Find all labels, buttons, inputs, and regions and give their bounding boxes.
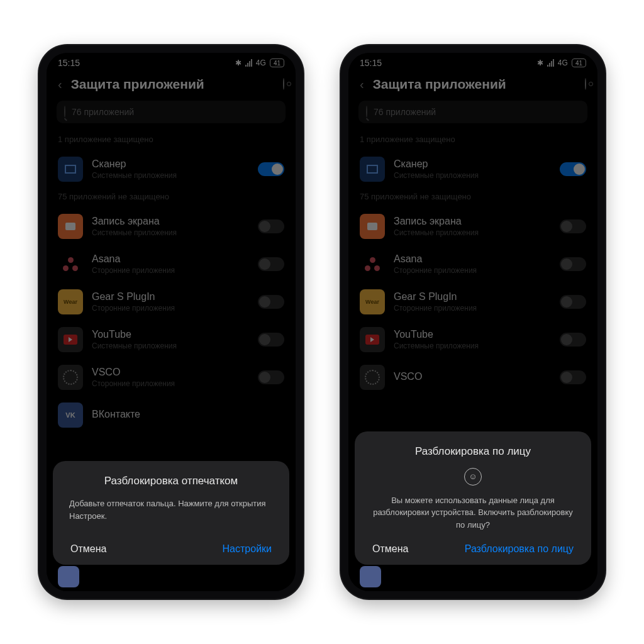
app-row-vsco[interactable]: VSCO	[348, 358, 597, 396]
app-name: Сканер	[92, 158, 249, 170]
app-sub: Сторонние приложения	[394, 304, 551, 313]
battery-indicator: 41	[270, 58, 284, 67]
toggle-youtube[interactable]	[258, 333, 284, 347]
face-unlock-dialog: Разблокировка по лицу ☺ Вы можете исполь…	[355, 431, 591, 565]
app-sub: Системные приложения	[394, 228, 551, 237]
toggle-scanner[interactable]	[258, 162, 284, 176]
search-icon	[64, 106, 65, 118]
app-sub: Системные приложения	[394, 341, 551, 350]
vsco-icon	[360, 365, 385, 390]
toggle-asana[interactable]	[258, 257, 284, 271]
app-name: Запись экрана	[394, 216, 551, 227]
app-sub: Системные приложения	[92, 341, 249, 350]
app-name: VSCO	[92, 367, 249, 378]
phone-mockup-right: 15:15 ✱ 4G 41 ‹ Защита приложений 1 прил…	[341, 45, 605, 599]
screen: 15:15 ✱ 4G 41 ‹ Защита приложений 1 прил…	[47, 53, 296, 591]
status-bar: 15:15 ✱ 4G 41	[47, 53, 296, 70]
app-name: YouTube	[92, 329, 249, 340]
face-icon: ☺	[369, 468, 577, 486]
toggle-vsco[interactable]	[560, 370, 586, 384]
back-icon[interactable]: ‹	[360, 77, 364, 92]
app-row-record[interactable]: Запись экрана Системные приложения	[47, 208, 296, 245]
bluetooth-icon: ✱	[235, 58, 242, 67]
cancel-button[interactable]: Отмена	[70, 543, 106, 555]
settings-icon[interactable]	[283, 79, 284, 90]
network-label: 4G	[558, 58, 568, 67]
face-unlock-button[interactable]: Разблокировка по лицу	[465, 543, 574, 555]
toggle-gears[interactable]	[258, 295, 284, 309]
app-row-scanner[interactable]: Сканер Системные приложения	[47, 150, 296, 188]
phone-mockup-left: 15:15 ✱ 4G 41 ‹ Защита приложений 1 прил…	[39, 45, 303, 599]
screen-record-icon	[360, 214, 385, 239]
search-field[interactable]	[57, 101, 286, 123]
app-sub: Сторонние приложения	[92, 379, 249, 388]
status-time: 15:15	[58, 58, 80, 68]
search-icon	[366, 106, 367, 118]
app-row-asana[interactable]: Asana Сторонние приложения	[47, 245, 296, 283]
header: ‹ Защита приложений	[348, 70, 597, 101]
network-label: 4G	[256, 58, 266, 67]
partial-row	[58, 566, 79, 587]
search-field[interactable]	[358, 101, 587, 123]
page-title: Защита приложений	[71, 77, 274, 92]
vsco-icon	[58, 365, 83, 390]
status-time: 15:15	[360, 58, 382, 68]
app-row-youtube[interactable]: YouTube Системные приложения	[348, 321, 597, 358]
toggle-asana[interactable]	[560, 257, 586, 271]
search-input[interactable]	[72, 107, 278, 117]
toggle-youtube[interactable]	[560, 333, 586, 347]
dialog-title: Разблокировка отпечатком	[67, 475, 275, 487]
youtube-icon	[58, 327, 83, 352]
app-name: Asana	[394, 253, 551, 265]
app-row-gears[interactable]: Wear Gear S PlugIn Сторонние приложения	[348, 283, 597, 321]
battery-indicator: 41	[572, 58, 586, 67]
section-protected-label: 1 приложение защищено	[348, 131, 597, 150]
toggle-record[interactable]	[258, 219, 284, 233]
app-row-vk[interactable]: VK ВКонтакте	[47, 396, 296, 434]
asana-icon	[58, 252, 83, 277]
settings-button[interactable]: Настройки	[223, 543, 272, 555]
app-name: Запись экрана	[92, 216, 249, 227]
app-name: ВКонтакте	[92, 409, 284, 420]
toggle-vsco[interactable]	[258, 370, 284, 384]
app-name: Сканер	[394, 158, 551, 170]
app-row-vsco[interactable]: VSCO Сторонние приложения	[47, 358, 296, 396]
app-row-youtube[interactable]: YouTube Системные приложения	[47, 321, 296, 358]
cancel-button[interactable]: Отмена	[372, 543, 408, 555]
partial-app-icon	[360, 566, 381, 587]
status-bar: 15:15 ✱ 4G 41	[348, 53, 597, 70]
signal-icon	[547, 59, 554, 67]
search-input[interactable]	[374, 107, 580, 117]
dialog-body: Вы можете использовать данные лица для р…	[369, 494, 577, 531]
vk-icon: VK	[58, 402, 83, 428]
section-protected-label: 1 приложение защищено	[47, 131, 296, 150]
app-row-gears[interactable]: Wear Gear S PlugIn Сторонние приложения	[47, 283, 296, 321]
app-sub: Системные приложения	[92, 228, 249, 237]
app-row-asana[interactable]: Asana Сторонние приложения	[348, 245, 597, 283]
scanner-icon	[360, 157, 385, 182]
toggle-scanner[interactable]	[560, 162, 586, 176]
app-name: Gear S PlugIn	[92, 291, 249, 303]
toggle-record[interactable]	[560, 219, 586, 233]
app-sub: Системные приложения	[92, 171, 249, 180]
app-sub: Сторонние приложения	[92, 266, 249, 275]
app-sub: Системные приложения	[394, 171, 551, 180]
settings-icon[interactable]	[585, 79, 586, 90]
screen-record-icon	[58, 214, 83, 239]
back-icon[interactable]: ‹	[58, 77, 62, 92]
fingerprint-dialog: Разблокировка отпечатком Добавьте отпеча…	[53, 461, 289, 565]
asana-icon	[360, 252, 385, 277]
app-row-record[interactable]: Запись экрана Системные приложения	[348, 208, 597, 245]
dialog-body: Добавьте отпечаток пальца. Нажмите для о…	[67, 497, 275, 531]
bluetooth-icon: ✱	[537, 58, 543, 67]
partial-row	[360, 566, 381, 587]
app-name: YouTube	[394, 329, 551, 340]
scanner-icon	[58, 157, 83, 182]
toggle-gears[interactable]	[560, 295, 586, 309]
partial-app-icon	[58, 566, 79, 587]
app-name: Gear S PlugIn	[394, 291, 551, 303]
app-name: VSCO	[394, 371, 551, 382]
dialog-title: Разблокировка по лицу	[369, 445, 577, 458]
app-row-scanner[interactable]: Сканер Системные приложения	[348, 150, 597, 188]
app-sub: Сторонние приложения	[394, 266, 551, 275]
